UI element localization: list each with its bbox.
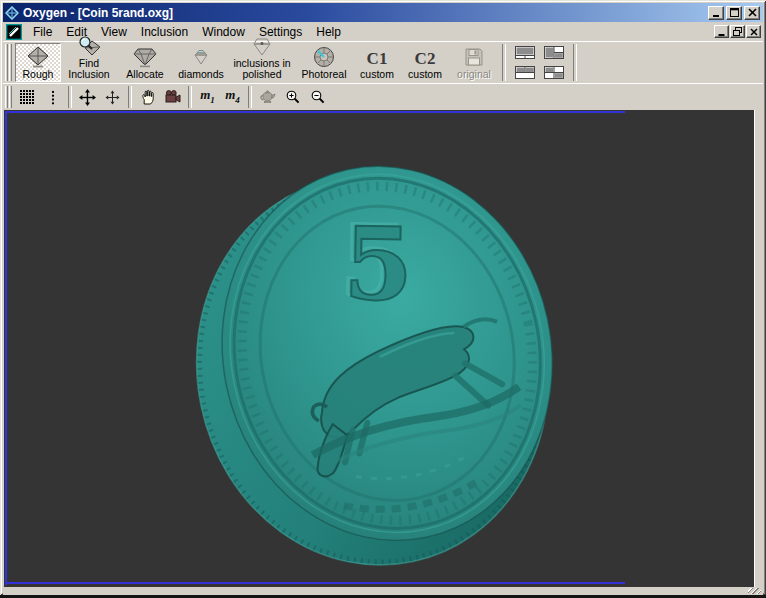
find-inclusion-label: Find Inclusion xyxy=(64,58,114,80)
allocate-label: Allocate xyxy=(126,69,163,80)
menu-inclusion[interactable]: Inclusion xyxy=(134,24,195,40)
rough-button[interactable]: Rough xyxy=(15,43,61,82)
menu-bar: File Edit View Inclusion Window Settings… xyxy=(3,22,763,41)
inclusions-in-polished-icon xyxy=(250,37,274,57)
diamonds-icon xyxy=(190,46,212,68)
rough-diamond-icon xyxy=(26,46,50,68)
ruler-dots-icon xyxy=(51,90,55,105)
inclusions-in-polished-button[interactable]: inclusions in polished xyxy=(229,43,295,82)
diamonds-button[interactable]: diamonds xyxy=(173,43,229,82)
view-selection-border-left xyxy=(5,111,7,585)
save-original-label: original xyxy=(457,69,491,80)
window-title: Oxygen - [Coin 5rand.oxg] xyxy=(23,6,708,20)
grid-button[interactable] xyxy=(15,86,40,109)
mdi-close-button[interactable] xyxy=(746,25,761,38)
c2-custom-button[interactable]: C2 custom xyxy=(401,43,449,82)
layout-top-bottom-split-button[interactable] xyxy=(511,63,539,82)
bottom-border-strip xyxy=(3,587,763,595)
move-button[interactable] xyxy=(75,86,100,109)
layout-single-view-button[interactable] xyxy=(511,43,539,62)
photoreal-icon xyxy=(312,46,336,68)
toolbar-separator xyxy=(188,86,192,108)
c1-custom-button[interactable]: C1 custom xyxy=(353,43,401,82)
menu-window[interactable]: Window xyxy=(195,24,252,40)
toolbar-separator xyxy=(502,44,506,81)
m4-button[interactable]: m4 xyxy=(220,86,245,109)
window-controls xyxy=(708,6,760,20)
save-original-button[interactable]: original xyxy=(449,43,499,82)
ruler-button[interactable] xyxy=(40,86,65,109)
toolbar-separator xyxy=(68,86,72,108)
zoom-in-button[interactable] xyxy=(280,86,305,109)
layout-left-right-split-button[interactable] xyxy=(540,43,568,62)
grid-icon xyxy=(20,90,35,105)
title-bar: Oxygen - [Coin 5rand.oxg] xyxy=(3,3,763,22)
view-selection-border-bottom xyxy=(5,582,625,584)
c2-text-icon: C2 xyxy=(415,46,436,68)
toolbar-separator xyxy=(248,86,252,108)
menu-file[interactable]: File xyxy=(26,24,59,40)
photoreal-button[interactable]: Photoreal xyxy=(295,43,353,82)
m1-button[interactable]: m1 xyxy=(195,86,220,109)
main-toolbar: Rough Find Inclusion Allocate diamonds i xyxy=(3,41,763,83)
zoom-in-icon xyxy=(285,89,301,105)
m4-icon: m4 xyxy=(225,88,240,107)
mdi-window-controls xyxy=(714,25,761,38)
document-icon[interactable] xyxy=(6,24,22,40)
layout-quad-view-button[interactable] xyxy=(540,63,568,82)
c1-custom-label: custom xyxy=(360,69,394,80)
camera-icon xyxy=(164,89,182,105)
camera-button[interactable] xyxy=(160,86,185,109)
diamonds-label: diamonds xyxy=(178,69,224,80)
zoom-out-icon xyxy=(310,89,326,105)
view-selection-border-top xyxy=(5,111,625,113)
move-icon xyxy=(79,89,96,106)
find-inclusion-icon xyxy=(76,35,102,57)
svg-text:5: 5 xyxy=(343,205,415,324)
hand-icon xyxy=(140,89,156,105)
viewport-3d[interactable]: 5 5 xyxy=(4,110,754,587)
menu-help[interactable]: Help xyxy=(309,24,348,40)
toolbar-gripper[interactable] xyxy=(5,44,13,81)
right-border-strip xyxy=(754,110,764,587)
coin-model: 5 5 xyxy=(4,110,754,587)
hand-button[interactable] xyxy=(135,86,160,109)
c1-text-icon: C1 xyxy=(367,46,388,68)
close-button[interactable] xyxy=(744,6,760,20)
photoreal-label: Photoreal xyxy=(302,69,347,80)
inclusions-in-polished-label: inclusions in polished xyxy=(232,58,292,80)
find-inclusion-button[interactable]: Find Inclusion xyxy=(61,43,117,82)
teapot-render-button[interactable] xyxy=(255,86,280,109)
view-layout-group xyxy=(511,43,568,82)
zoom-out-button[interactable] xyxy=(305,86,330,109)
app-window: Oxygen - [Coin 5rand.oxg] File Edit View… xyxy=(0,0,766,595)
maximize-button[interactable] xyxy=(726,6,742,20)
toolbar-separator xyxy=(573,44,577,81)
rough-label: Rough xyxy=(23,69,54,80)
allocate-diamond-icon xyxy=(132,46,158,68)
mdi-restore-button[interactable] xyxy=(730,25,745,38)
m1-icon: m1 xyxy=(200,88,215,107)
app-logo-icon xyxy=(5,6,19,20)
view-toolbar: m1 m4 xyxy=(3,83,763,110)
pan-icon xyxy=(104,89,121,106)
toolbar-gripper[interactable] xyxy=(5,86,13,108)
mdi-minimize-button[interactable] xyxy=(714,25,729,38)
toolbar-separator xyxy=(128,86,132,108)
pan-button[interactable] xyxy=(100,86,125,109)
resize-grip[interactable] xyxy=(748,588,761,594)
allocate-button[interactable]: Allocate xyxy=(117,43,173,82)
teapot-icon xyxy=(259,90,277,104)
save-original-icon xyxy=(463,46,485,68)
c2-custom-label: custom xyxy=(408,69,442,80)
minimize-button[interactable] xyxy=(708,6,724,20)
